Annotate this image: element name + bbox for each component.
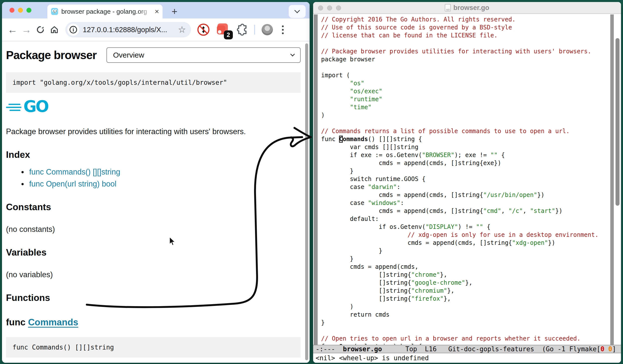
chrome-tab-strip: browser package - golang.org × + [2, 2, 310, 18]
code-line: // Copyright 2016 The Go Authors. All ri… [321, 15, 608, 23]
extensions-area: 2 [197, 23, 286, 36]
close-window-button[interactable] [318, 5, 323, 10]
emacs-echo-area: <nil> <wheel-up> is undefined [313, 353, 621, 363]
gopls-doc-page: Package browser Overview import "golang.… [2, 41, 310, 363]
minimize-window-button[interactable] [327, 5, 332, 10]
back-arrow-icon: ← [7, 24, 17, 35]
back-button[interactable]: ← [5, 23, 19, 37]
code-line: var cmds [][]string [321, 143, 608, 151]
code-line: switch runtime.GOOS { [321, 175, 608, 183]
browser-tab[interactable]: browser package - golang.org × [47, 4, 163, 18]
toolbar-separator [254, 25, 255, 35]
func-signature-block: func Commands() [][]string [6, 337, 301, 358]
session-extension-icon[interactable]: 2 [216, 23, 229, 36]
page-title: Package browser [6, 48, 96, 62]
zoom-window-button[interactable] [26, 8, 31, 13]
index-link-commands[interactable]: func Commands() [][]string [29, 168, 120, 177]
commands-function-link[interactable]: Commands [28, 317, 78, 327]
func-commands-heading: func Commands [6, 317, 301, 328]
flymake-warning-count: 0 [608, 345, 612, 353]
emacs-window-title: browser.go [453, 4, 489, 12]
code-line: "time" [321, 103, 608, 111]
site-info-button[interactable]: i [67, 24, 79, 36]
code-line: } [321, 255, 608, 263]
code-line: // Use of this source code is governed b… [321, 23, 608, 31]
code-line: case "darwin": [321, 183, 608, 191]
constants-heading: Constants [6, 202, 301, 212]
code-line [321, 39, 608, 47]
home-icon [50, 25, 59, 34]
bookmark-star-icon[interactable]: ☆ [178, 24, 186, 35]
macos-overlay-scrollbar-thumb[interactable] [616, 38, 620, 206]
code-line: ) [321, 303, 608, 311]
emacs-left-scrollbar[interactable] [314, 14, 318, 345]
code-line: // Package browser provides utilities fo… [321, 47, 608, 55]
constants-empty-text: (no constants) [6, 225, 301, 234]
go-gopher-favicon [51, 8, 58, 15]
code-line: case "windows": [321, 199, 608, 207]
code-line: default: [321, 215, 608, 223]
list-item: func Open(url string) bool [6, 180, 301, 188]
tab-close-icon[interactable]: × [155, 8, 159, 15]
code-line: "os" [321, 79, 608, 87]
emacs-right-scrollbar[interactable] [610, 14, 614, 345]
tab-search-button[interactable] [289, 5, 306, 18]
code-line: // license that can be found in the LICE… [321, 31, 608, 39]
code-line [321, 119, 608, 127]
code-line: cmds = append(cmds, []string{"cmd", "/c"… [321, 207, 608, 215]
index-link-open[interactable]: func Open(url string) bool [29, 180, 116, 188]
code-line: } [321, 319, 608, 327]
file-document-icon: GO [445, 4, 451, 11]
index-list: func Commands() [][]string func Open(url… [6, 168, 301, 188]
code-line: []string{"chromium"}, [321, 287, 608, 295]
chrome-window: browser package - golang.org × + ← → i [2, 2, 310, 363]
emacs-modeline: -:--- browser.go Top L16 Git-doc-gopls-f… [313, 345, 621, 353]
list-item: func Commands() [][]string [6, 168, 301, 177]
flymake-error-count: 0 [601, 345, 605, 353]
modeline-modes: (Go -1 Flymake[ [542, 345, 601, 353]
window-controls [9, 8, 31, 13]
code-line: // xdg-open is only for use in a desktop… [321, 231, 608, 239]
modeline-git-branch: Git-doc-gopls-features [448, 345, 534, 353]
new-tab-button[interactable]: + [169, 5, 180, 17]
index-heading: Index [6, 150, 301, 160]
code-line [321, 63, 608, 71]
window-controls-inactive [318, 5, 341, 10]
chrome-toolbar: ← → i 127.0.0.1:62888/gopls/X... ☆ [2, 18, 310, 41]
zoom-window-button[interactable] [336, 5, 341, 10]
address-bar[interactable]: i 127.0.0.1:62888/gopls/X... ☆ [65, 22, 191, 37]
reload-button[interactable] [33, 23, 47, 37]
extensions-puzzle-icon[interactable] [235, 23, 248, 36]
forward-button[interactable]: → [19, 23, 33, 37]
home-button[interactable] [47, 23, 61, 37]
url-text[interactable]: 127.0.0.1:62888/gopls/X... [83, 26, 175, 34]
code-buffer[interactable]: // Copyright 2016 The Go Authors. All ri… [321, 14, 608, 345]
chrome-scrollbar-thumb[interactable] [305, 43, 308, 360]
close-window-button[interactable] [9, 8, 14, 13]
code-line: import ( [321, 71, 608, 79]
profile-avatar[interactable] [262, 24, 273, 35]
code-line: if exe := os.Getenv("BROWSER"); exe != "… [321, 151, 608, 159]
extension-badge: 2 [224, 30, 233, 39]
minimize-window-button[interactable] [18, 8, 23, 13]
code-line [321, 327, 608, 335]
scroll-blocker-extension-icon[interactable] [197, 23, 210, 36]
section-dropdown[interactable]: Overview [106, 47, 301, 63]
code-line: return cmds [321, 311, 608, 319]
browser-menu-button[interactable] [279, 24, 286, 35]
go-logo: GO [6, 101, 56, 115]
code-line: } [321, 167, 608, 175]
dropdown-value: Overview [113, 51, 144, 59]
chevron-down-icon [294, 7, 300, 13]
code-line: "runtime" [321, 95, 608, 103]
forward-arrow-icon: → [21, 24, 31, 35]
package-intro: Package browser provides utilities for i… [6, 127, 301, 136]
code-line: cmds = append(cmds, [321, 263, 608, 271]
code-line: []string{"firefox"}, [321, 295, 608, 303]
code-line: "os/exec" [321, 87, 608, 95]
tab-title: browser package - golang.org [61, 8, 152, 15]
code-line: []string{"chrome"}, [321, 271, 608, 279]
chevron-down-icon [290, 52, 295, 56]
code-line: ) [321, 111, 608, 119]
bullet-icon [21, 183, 24, 185]
